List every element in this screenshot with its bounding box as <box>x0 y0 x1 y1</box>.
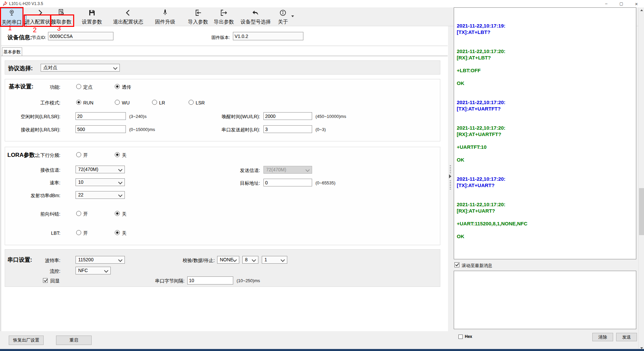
minimize-button[interactable]: – <box>599 0 614 7</box>
log-line <box>457 227 634 233</box>
stop-bits-select[interactable]: 1 <box>262 256 287 264</box>
scroll-up-icon[interactable] <box>640 9 643 11</box>
log-line: +LBT:OFF <box>457 67 634 74</box>
radio-mode-wu[interactable] <box>115 100 120 105</box>
rate-select[interactable]: 10 <box>76 178 125 186</box>
flow-control-select[interactable]: NFC <box>76 267 111 274</box>
close-button[interactable]: × <box>629 0 644 7</box>
import-params-button[interactable]: 导入参数 <box>187 8 209 25</box>
scroll-latest-checkbox[interactable] <box>454 262 459 267</box>
toolbar-button-label: 设置参数 <box>82 19 102 25</box>
log-line: +UART:115200,8,1,NONE,NFC <box>457 220 634 227</box>
protocol-select-value: 点对点 <box>43 65 57 70</box>
stop-bits-value: 1 <box>264 257 267 262</box>
radio-fec-on[interactable] <box>76 211 81 216</box>
tx-channel-value: 72(470M) <box>266 167 286 172</box>
log-line <box>457 42 634 48</box>
radio-function-transparent[interactable] <box>115 84 120 89</box>
scroll-latest-label: 滚动至最新消息 <box>462 263 492 269</box>
close-serial-button[interactable]: 关闭串口 <box>0 8 23 26</box>
parity-data-stop-label: 校验/数据/停止: <box>114 258 215 264</box>
wake-time-input[interactable] <box>263 112 312 120</box>
clear-button[interactable]: 清除 <box>592 333 613 341</box>
hex-checkbox[interactable] <box>458 335 463 339</box>
firmware-field[interactable] <box>233 32 303 40</box>
toolbar-button-label: 导出参数 <box>214 19 234 25</box>
target-address-hint: (0~65535) <box>315 180 336 185</box>
radio-function-fixed[interactable] <box>76 84 81 89</box>
node-id-field[interactable] <box>48 32 113 40</box>
reboot-button[interactable]: 重启 <box>56 336 92 345</box>
radio-mode-lsr[interactable] <box>189 100 194 105</box>
radio-fec-on-label: 开 <box>83 211 88 217</box>
wake-time-hint: (450~10000)ms <box>315 114 346 119</box>
firmware-upgrade-button[interactable]: 固件升级 <box>154 8 176 25</box>
tab-basic-params[interactable]: 基本参数 <box>2 47 22 56</box>
vertical-scrollbar[interactable] <box>638 7 644 351</box>
log-line <box>457 86 634 93</box>
send-input[interactable] <box>454 271 636 329</box>
idle-time-hint: (3~240)s <box>129 114 147 119</box>
radio-mode-run[interactable] <box>76 100 81 105</box>
log-line <box>457 188 634 195</box>
factory-reset-button[interactable]: 恢复出厂设置 <box>9 336 44 345</box>
read-params-button[interactable]: 读取参数 <box>51 8 72 25</box>
rx-timeout-input[interactable] <box>76 125 126 133</box>
enter-config-button[interactable]: 进入配置状态 <box>25 8 55 25</box>
data-bits-value: 8 <box>245 257 248 262</box>
rx-channel-select[interactable]: 72(470M) <box>76 166 125 173</box>
rx-timeout-hint: (0~15000)ms <box>129 127 155 132</box>
log-line <box>457 195 634 201</box>
chevron-down-icon <box>118 180 122 184</box>
log-line: 2021-11-22,10:17:20: <box>457 99 634 105</box>
splitter-collapse-arrow-icon[interactable] <box>449 174 451 178</box>
device-model-select-button[interactable]: 设备型号选择 <box>239 8 273 25</box>
tx-power-select[interactable]: 22 <box>76 191 125 199</box>
splitter-grip[interactable] <box>450 180 451 190</box>
reboot-label: 重启 <box>69 337 78 343</box>
log-line: OK <box>457 80 634 86</box>
idle-time-label: 空闲时间(LR/LSR): <box>0 114 60 120</box>
chevron-down-icon <box>118 167 122 172</box>
set-params-button[interactable]: 设置参数 <box>81 8 103 25</box>
scrollbar-thumb[interactable] <box>639 188 644 235</box>
radio-lbt-off[interactable] <box>115 230 120 235</box>
parity-value: NONE <box>220 257 233 262</box>
radio-lbt-on[interactable] <box>76 230 81 235</box>
firmware-label: 固件版本: <box>211 35 230 41</box>
radio-fec-off[interactable] <box>115 211 120 216</box>
log-line: [TX]:AT+UARTFT? <box>457 105 634 112</box>
exit-config-button[interactable]: 退出配置状态 <box>112 8 144 25</box>
target-address-input[interactable] <box>263 179 312 186</box>
splitter-grip[interactable] <box>450 165 451 174</box>
baud-rate-label: 波特率: <box>0 258 60 264</box>
tx-power-label: 发射功率dBm: <box>0 193 60 199</box>
send-button[interactable]: 发送 <box>616 333 637 341</box>
about-button[interactable]: 关于 <box>277 8 289 25</box>
idle-time-input[interactable] <box>76 112 126 120</box>
protocol-select[interactable]: 点对点 <box>41 64 120 72</box>
radio-updown-on[interactable] <box>76 152 81 157</box>
rx-channel-value: 72(470M) <box>78 167 98 172</box>
chevron-down-icon <box>281 258 285 262</box>
log-output[interactable]: 2021-11-22,10:17:19:[TX]:AT+LBT? 2021-11… <box>454 7 636 259</box>
serial-tx-timeout-input[interactable] <box>263 125 312 133</box>
rx-channel-label: 接收信道: <box>0 167 60 173</box>
log-line: 2021-11-22,10:17:20: <box>457 48 634 54</box>
echo-checkbox[interactable] <box>43 278 48 283</box>
chevron-down-icon <box>104 268 108 273</box>
tx-channel-select: 72(470M) <box>263 166 312 174</box>
toolbar-overflow-caret[interactable] <box>291 15 294 17</box>
maximize-button[interactable]: ▢ <box>614 0 629 7</box>
radio-mode-lr[interactable] <box>152 100 157 105</box>
radio-updown-off[interactable] <box>115 152 120 157</box>
byte-interval-hint: (10~250)ms <box>237 278 260 283</box>
data-bits-select[interactable]: 8 <box>242 256 258 264</box>
serial-tx-timeout-hint: (0~3) <box>315 127 326 132</box>
flow-control-label: 流控: <box>0 268 60 274</box>
parity-select[interactable]: NONE <box>217 256 239 264</box>
export-params-button[interactable]: 导出参数 <box>213 8 235 25</box>
log-line <box>457 150 634 157</box>
radio-lbt-on-label: 开 <box>83 230 88 236</box>
byte-interval-input[interactable] <box>187 276 233 284</box>
